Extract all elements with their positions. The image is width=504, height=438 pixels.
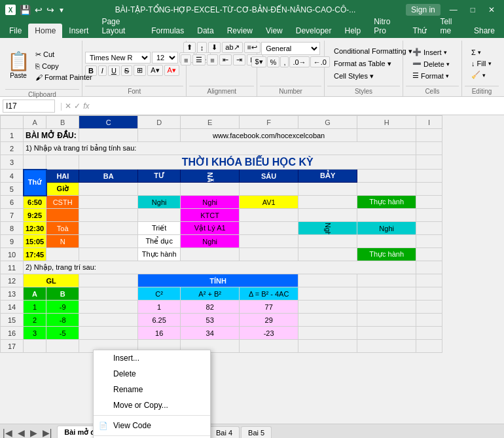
cell-G10[interactable]	[298, 248, 357, 261]
confirm-icon[interactable]: ✓	[74, 101, 81, 111]
accounting-button[interactable]: $▾	[251, 56, 266, 67]
qat-more-icon[interactable]: ▼	[58, 7, 65, 14]
cell-D5[interactable]	[138, 183, 181, 196]
sheet-nav-last[interactable]: ▶|	[43, 428, 52, 438]
tab-home[interactable]: Home	[28, 24, 62, 38]
cell-I8[interactable]	[416, 222, 442, 235]
indent-decrease-button[interactable]: ⇤	[219, 54, 232, 65]
cell-H4[interactable]	[357, 170, 416, 183]
cell-E13[interactable]: A² + B²	[181, 287, 240, 301]
cell-E15[interactable]: 53	[181, 314, 240, 327]
cell-D15[interactable]: 6.25	[138, 314, 181, 327]
cell-D16[interactable]: 16	[138, 327, 181, 340]
indent-increase-button[interactable]: ⇥	[233, 54, 245, 65]
tab-insert[interactable]: Insert	[62, 24, 95, 38]
cell-G9[interactable]	[298, 235, 357, 248]
cell-C15[interactable]	[79, 314, 138, 327]
autosum-button[interactable]: Σ ▾	[467, 47, 495, 58]
tab-data[interactable]: Data	[190, 24, 220, 38]
cell-D1[interactable]	[138, 129, 181, 142]
cell-I12[interactable]	[416, 274, 442, 287]
cell-A4[interactable]: Thứ	[24, 170, 46, 196]
cell-H10[interactable]: Thực hành	[357, 248, 416, 261]
cell-G12[interactable]	[298, 274, 357, 287]
cell-I13[interactable]	[416, 287, 442, 301]
cell-F8[interactable]	[240, 222, 298, 235]
font-name-select[interactable]: Times New R	[85, 52, 151, 64]
cell-D9[interactable]: Thể dục	[138, 235, 181, 248]
cancel-icon[interactable]: ✕	[65, 101, 71, 111]
cell-I10[interactable]	[416, 248, 442, 261]
number-format-select[interactable]: General	[261, 42, 320, 55]
comma-button[interactable]: ,	[280, 56, 289, 67]
cell-I17[interactable]	[416, 340, 442, 353]
cell-B6[interactable]: CSTH	[46, 196, 79, 209]
align-right-button[interactable]: ≡	[207, 54, 217, 65]
cell-H5[interactable]	[357, 183, 416, 196]
cell-G5[interactable]	[298, 183, 357, 196]
tab-team[interactable]: Thứ	[406, 24, 433, 38]
cell-E1[interactable]: www.facebook.com/hocexcelcoban	[181, 129, 357, 142]
clear-button[interactable]: 🧹 ▾	[467, 69, 495, 81]
cell-I14[interactable]	[416, 301, 442, 314]
cell-B13[interactable]: B	[46, 287, 79, 301]
cell-E14[interactable]: 82	[181, 301, 240, 314]
cell-E6[interactable]: Nghi	[181, 196, 240, 209]
cell-F13[interactable]: Δ = B² - 4AC	[240, 287, 298, 301]
increase-decimal-button[interactable]: .0→	[289, 56, 309, 67]
fill-color-button[interactable]: A▾	[147, 65, 162, 76]
cell-C13[interactable]	[79, 287, 138, 301]
bold-button[interactable]: B	[85, 65, 97, 76]
cell-H6[interactable]: Thực hành	[357, 196, 416, 209]
cell-E8[interactable]: Vật Lý A1	[181, 222, 240, 235]
cell-E10[interactable]	[181, 248, 240, 261]
tab-nitro-pro[interactable]: Nitro Pro	[367, 14, 406, 38]
cell-I16[interactable]	[416, 327, 442, 340]
cell-B3[interactable]	[46, 155, 79, 170]
sheet-area[interactable]: A B C D E F G H I 1 BÀI MỞ ĐẦU:	[0, 115, 504, 424]
cell-A17[interactable]	[24, 340, 46, 353]
conditional-formatting-button[interactable]: Conditional Formatting ▾	[331, 46, 415, 57]
sheet-nav-first[interactable]: |◀	[3, 428, 12, 438]
undo-icon[interactable]: ↩	[35, 5, 43, 15]
cell-F14[interactable]: 77	[240, 301, 298, 314]
fill-button[interactable]: ↓ Fill ▾	[467, 58, 495, 69]
cell-A11[interactable]: 2) Nhập, trang trí sau:	[24, 261, 416, 274]
cell-B15[interactable]: -8	[46, 314, 79, 327]
cell-A15[interactable]: 2	[24, 314, 46, 327]
cell-C7[interactable]	[79, 209, 138, 222]
context-menu-item-insert[interactable]: Insert...	[94, 350, 210, 366]
tab-share[interactable]: Share	[467, 24, 501, 38]
tab-help[interactable]: Help	[338, 24, 367, 38]
cell-F6[interactable]: AV1	[240, 196, 298, 209]
cell-H16[interactable]	[357, 327, 416, 340]
italic-button[interactable]: I	[98, 65, 107, 76]
font-color-button[interactable]: A▾	[164, 65, 179, 76]
cell-B7[interactable]	[46, 209, 79, 222]
cell-F7[interactable]	[240, 209, 298, 222]
cell-A9[interactable]: 15:05	[24, 235, 46, 248]
cell-C9[interactable]	[79, 235, 138, 248]
cell-I6[interactable]	[416, 196, 442, 209]
cell-I4[interactable]	[416, 170, 442, 183]
format-as-table-button[interactable]: Format as Table ▾	[331, 58, 394, 69]
cell-G17[interactable]	[298, 340, 357, 353]
cell-E4[interactable]: NĂM	[181, 170, 240, 183]
cell-D8[interactable]: Triết	[138, 222, 181, 235]
cell-H15[interactable]	[357, 314, 416, 327]
maximize-btn[interactable]: □	[467, 4, 479, 16]
cell-I1[interactable]	[416, 129, 442, 142]
context-menu-item-delete[interactable]: Delete	[94, 366, 210, 382]
tab-developer[interactable]: Developer	[289, 24, 338, 38]
cell-A14[interactable]: 1	[24, 301, 46, 314]
cell-F10[interactable]	[240, 248, 298, 261]
cell-A10[interactable]: 17:45	[24, 248, 46, 261]
context-menu-item-rename[interactable]: Rename	[94, 382, 210, 397]
delete-cells-button[interactable]: ➖ Delete ▾	[408, 58, 454, 69]
cell-F4[interactable]: SÁU	[240, 170, 298, 183]
cell-I11[interactable]	[416, 261, 442, 274]
redo-icon[interactable]: ↪	[46, 5, 54, 15]
cell-A1[interactable]: BÀI MỞ ĐẦU:	[24, 129, 79, 142]
cell-C14[interactable]	[79, 301, 138, 314]
cell-A8[interactable]: 12:30	[24, 222, 46, 235]
